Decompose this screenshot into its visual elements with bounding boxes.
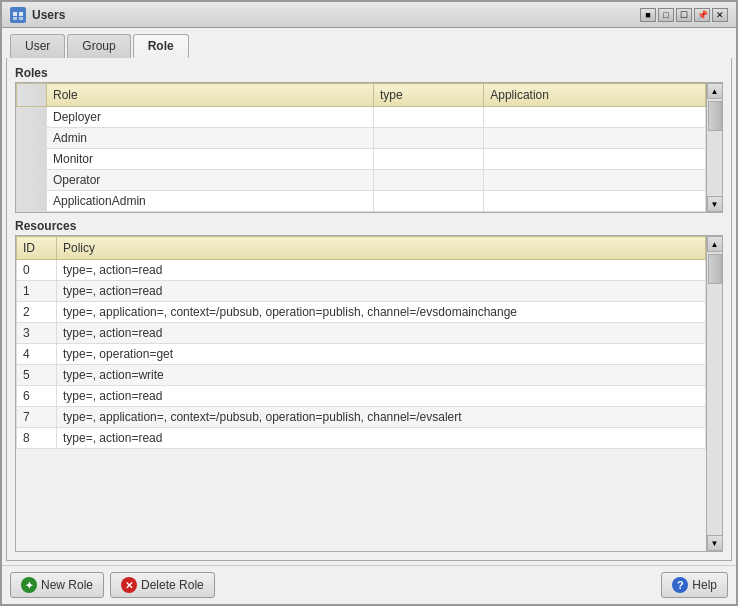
- resources-scroll-up[interactable]: ▲: [707, 236, 723, 252]
- role-application: [484, 107, 706, 128]
- svg-rect-2: [13, 17, 17, 20]
- delete-role-icon: ✕: [121, 577, 137, 593]
- new-role-label: New Role: [41, 578, 93, 592]
- roles-scroll-down[interactable]: ▼: [707, 196, 723, 212]
- pin-button[interactable]: 📌: [694, 8, 710, 22]
- resources-section: Resources ID Policy 0 type=, action=read: [15, 219, 723, 552]
- tab-role[interactable]: Role: [133, 34, 189, 58]
- roles-section-label: Roles: [15, 66, 723, 80]
- resources-col-id: ID: [17, 237, 57, 260]
- roles-scroll-thumb[interactable]: [708, 101, 722, 131]
- resource-policy: type=, action=read: [57, 323, 706, 344]
- new-role-button[interactable]: ✦ New Role: [10, 572, 104, 598]
- row-num: [17, 191, 47, 212]
- role-application: [484, 191, 706, 212]
- title-buttons: ■ □ ☐ 📌 ✕: [640, 8, 728, 22]
- role-application: [484, 170, 706, 191]
- title-bar-left: Users: [10, 7, 65, 23]
- resources-table-wrap: ID Policy 0 type=, action=read 1 type=, …: [15, 235, 723, 552]
- resources-scrollbar[interactable]: ▲ ▼: [706, 236, 722, 551]
- title-bar: Users ■ □ ☐ 📌 ✕: [2, 2, 736, 28]
- row-num: [17, 149, 47, 170]
- resource-id: 6: [17, 386, 57, 407]
- window-title: Users: [32, 8, 65, 22]
- role-name: ApplicationAdmin: [47, 191, 374, 212]
- resources-table-row[interactable]: 3 type=, action=read: [17, 323, 706, 344]
- users-window: Users ■ □ ☐ 📌 ✕ User Group Role Roles: [0, 0, 738, 606]
- resource-policy: type=, operation=get: [57, 344, 706, 365]
- tab-group[interactable]: Group: [67, 34, 130, 58]
- roles-col-application: Application: [484, 84, 706, 107]
- row-num: [17, 107, 47, 128]
- resources-table-row[interactable]: 7 type=, application=, context=/pubsub, …: [17, 407, 706, 428]
- role-type: [373, 107, 483, 128]
- roles-table-row[interactable]: ApplicationAdmin: [17, 191, 706, 212]
- resource-id: 7: [17, 407, 57, 428]
- resource-id: 2: [17, 302, 57, 323]
- window-icon: [10, 7, 26, 23]
- role-type: [373, 191, 483, 212]
- help-button[interactable]: ? Help: [661, 572, 728, 598]
- delete-role-label: Delete Role: [141, 578, 204, 592]
- roles-scroll-up[interactable]: ▲: [707, 83, 723, 99]
- roles-col-num: [17, 84, 47, 107]
- roles-col-type: type: [373, 84, 483, 107]
- row-num: [17, 128, 47, 149]
- tab-user[interactable]: User: [10, 34, 65, 58]
- restore-button[interactable]: □: [658, 8, 674, 22]
- resources-scroll-thumb[interactable]: [708, 254, 722, 284]
- resource-id: 5: [17, 365, 57, 386]
- roles-table-scroll[interactable]: Role type Application Deployer Admin: [16, 83, 706, 212]
- roles-table-row[interactable]: Monitor: [17, 149, 706, 170]
- tabs-row: User Group Role: [2, 28, 736, 58]
- resource-policy: type=, action=write: [57, 365, 706, 386]
- roles-table-row[interactable]: Deployer: [17, 107, 706, 128]
- resource-policy: type=, action=read: [57, 428, 706, 449]
- role-name: Admin: [47, 128, 374, 149]
- resources-table-row[interactable]: 6 type=, action=read: [17, 386, 706, 407]
- role-name: Operator: [47, 170, 374, 191]
- roles-scrollbar[interactable]: ▲ ▼: [706, 83, 722, 212]
- role-type: [373, 149, 483, 170]
- resource-policy: type=, application=, context=/pubsub, op…: [57, 302, 706, 323]
- roles-col-role: Role: [47, 84, 374, 107]
- resources-table: ID Policy 0 type=, action=read 1 type=, …: [16, 236, 706, 449]
- resources-table-row[interactable]: 1 type=, action=read: [17, 281, 706, 302]
- minimize-button[interactable]: ■: [640, 8, 656, 22]
- role-type: [373, 170, 483, 191]
- roles-table: Role type Application Deployer Admin: [16, 83, 706, 212]
- svg-rect-0: [13, 12, 17, 16]
- help-label: Help: [692, 578, 717, 592]
- resources-scroll-down[interactable]: ▼: [707, 535, 723, 551]
- content-area: Roles Role type Application: [6, 58, 732, 561]
- role-type: [373, 128, 483, 149]
- resources-table-row[interactable]: 8 type=, action=read: [17, 428, 706, 449]
- roles-table-row[interactable]: Operator: [17, 170, 706, 191]
- svg-rect-3: [19, 17, 23, 20]
- footer-bar: ✦ New Role ✕ Delete Role ? Help: [2, 565, 736, 604]
- footer-left-buttons: ✦ New Role ✕ Delete Role: [10, 572, 215, 598]
- role-name: Monitor: [47, 149, 374, 170]
- resources-table-row[interactable]: 2 type=, application=, context=/pubsub, …: [17, 302, 706, 323]
- row-num: [17, 170, 47, 191]
- role-application: [484, 128, 706, 149]
- resource-id: 3: [17, 323, 57, 344]
- resources-section-label: Resources: [15, 219, 723, 233]
- resource-policy: type=, action=read: [57, 260, 706, 281]
- role-name: Deployer: [47, 107, 374, 128]
- resources-table-row[interactable]: 0 type=, action=read: [17, 260, 706, 281]
- help-icon: ?: [672, 577, 688, 593]
- resources-table-row[interactable]: 4 type=, operation=get: [17, 344, 706, 365]
- resource-id: 4: [17, 344, 57, 365]
- resource-policy: type=, action=read: [57, 386, 706, 407]
- resources-table-scroll[interactable]: ID Policy 0 type=, action=read 1 type=, …: [16, 236, 706, 551]
- delete-role-button[interactable]: ✕ Delete Role: [110, 572, 215, 598]
- resources-table-row[interactable]: 5 type=, action=write: [17, 365, 706, 386]
- maximize-button[interactable]: ☐: [676, 8, 692, 22]
- resource-id: 0: [17, 260, 57, 281]
- roles-table-row[interactable]: Admin: [17, 128, 706, 149]
- resource-policy: type=, action=read: [57, 281, 706, 302]
- roles-section: Roles Role type Application: [15, 66, 723, 213]
- resource-id: 1: [17, 281, 57, 302]
- close-button[interactable]: ✕: [712, 8, 728, 22]
